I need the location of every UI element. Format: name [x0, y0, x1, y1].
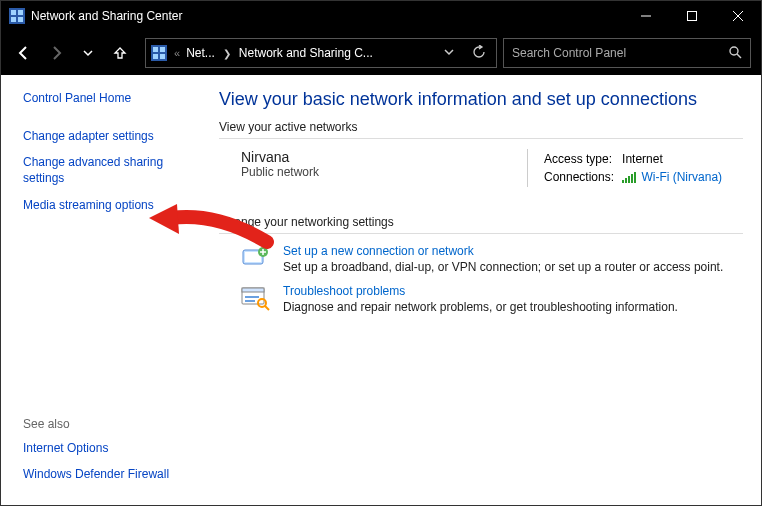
search-input[interactable] — [512, 46, 728, 60]
svg-rect-3 — [11, 17, 16, 22]
page-heading: View your basic network information and … — [219, 89, 743, 110]
svg-rect-21 — [245, 296, 259, 298]
recent-button[interactable] — [75, 40, 101, 66]
active-networks-label: View your active networks — [219, 120, 743, 134]
svg-line-24 — [265, 306, 269, 310]
address-bar[interactable]: « Net... ❯ Network and Sharing C... — [145, 38, 497, 68]
forward-button[interactable] — [43, 40, 69, 66]
window: Network and Sharing Center « Net... ❯ Ne… — [0, 0, 762, 506]
svg-line-15 — [737, 54, 741, 58]
divider — [219, 138, 743, 139]
back-button[interactable] — [11, 40, 37, 66]
svg-rect-22 — [245, 300, 255, 302]
troubleshoot-desc: Diagnose and repair network problems, or… — [283, 300, 678, 314]
wifi-signal-icon — [622, 172, 636, 183]
troubleshoot-link[interactable]: Troubleshoot problems — [283, 284, 405, 298]
windows-defender-firewall-link[interactable]: Windows Defender Firewall — [23, 466, 193, 482]
content: Control Panel Home Change adapter settin… — [1, 75, 761, 505]
new-connection-link[interactable]: Set up a new connection or network — [283, 244, 474, 258]
network-info-right: Access type: Internet Connections: Wi-Fi… — [527, 149, 743, 187]
access-type-label: Access type: — [544, 151, 620, 167]
maximize-button[interactable] — [669, 1, 715, 31]
svg-rect-4 — [18, 17, 23, 22]
network-type: Public network — [241, 165, 527, 179]
troubleshoot-icon — [239, 284, 273, 314]
option-troubleshoot: Troubleshoot problems Diagnose and repai… — [239, 284, 743, 314]
svg-rect-11 — [160, 47, 165, 52]
location-icon — [150, 44, 168, 62]
refresh-button[interactable] — [466, 45, 492, 62]
new-connection-desc: Set up a broadband, dial-up, or VPN conn… — [283, 260, 723, 274]
control-panel-home-link[interactable]: Control Panel Home — [23, 91, 193, 105]
chevron-right-icon: ❯ — [221, 48, 233, 59]
search-box[interactable] — [503, 38, 751, 68]
network-info-left: Nirvana Public network — [219, 149, 527, 187]
change-networking-label: Change your networking settings — [219, 215, 743, 229]
svg-rect-2 — [18, 10, 23, 15]
network-name: Nirvana — [241, 149, 527, 165]
divider — [219, 233, 743, 234]
main-panel: View your basic network information and … — [205, 75, 761, 505]
option-new-connection: Set up a new connection or network Set u… — [239, 244, 743, 274]
svg-rect-1 — [11, 10, 16, 15]
svg-rect-12 — [153, 54, 158, 59]
titlebar: Network and Sharing Center — [1, 1, 761, 31]
change-advanced-sharing-link[interactable]: Change advanced sharing settings — [23, 154, 193, 186]
window-controls — [623, 1, 761, 31]
breadcrumb-prefix: « — [174, 47, 180, 59]
see-also-label: See also — [23, 417, 193, 431]
svg-rect-6 — [688, 12, 697, 21]
active-network-row: Nirvana Public network Access type: Inte… — [219, 149, 743, 187]
search-icon[interactable] — [728, 45, 742, 62]
change-adapter-settings-link[interactable]: Change adapter settings — [23, 128, 193, 144]
breadcrumb-item-1[interactable]: Net... — [186, 46, 215, 60]
svg-rect-20 — [242, 288, 264, 292]
access-type-value: Internet — [622, 151, 728, 167]
history-dropdown-button[interactable] — [438, 46, 460, 60]
svg-rect-10 — [153, 47, 158, 52]
minimize-button[interactable] — [623, 1, 669, 31]
svg-rect-13 — [160, 54, 165, 59]
app-icon — [9, 8, 25, 24]
internet-options-link[interactable]: Internet Options — [23, 440, 193, 456]
connection-link[interactable]: Wi-Fi (Nirvana) — [641, 170, 722, 184]
sidebar: Control Panel Home Change adapter settin… — [1, 75, 205, 505]
close-button[interactable] — [715, 1, 761, 31]
breadcrumb-item-2[interactable]: Network and Sharing C... — [239, 46, 373, 60]
connections-label: Connections: — [544, 169, 620, 185]
new-connection-icon — [239, 244, 273, 274]
navbar: « Net... ❯ Network and Sharing C... — [1, 31, 761, 75]
svg-point-14 — [730, 47, 738, 55]
media-streaming-options-link[interactable]: Media streaming options — [23, 197, 193, 213]
up-button[interactable] — [107, 40, 133, 66]
window-title: Network and Sharing Center — [31, 9, 623, 23]
